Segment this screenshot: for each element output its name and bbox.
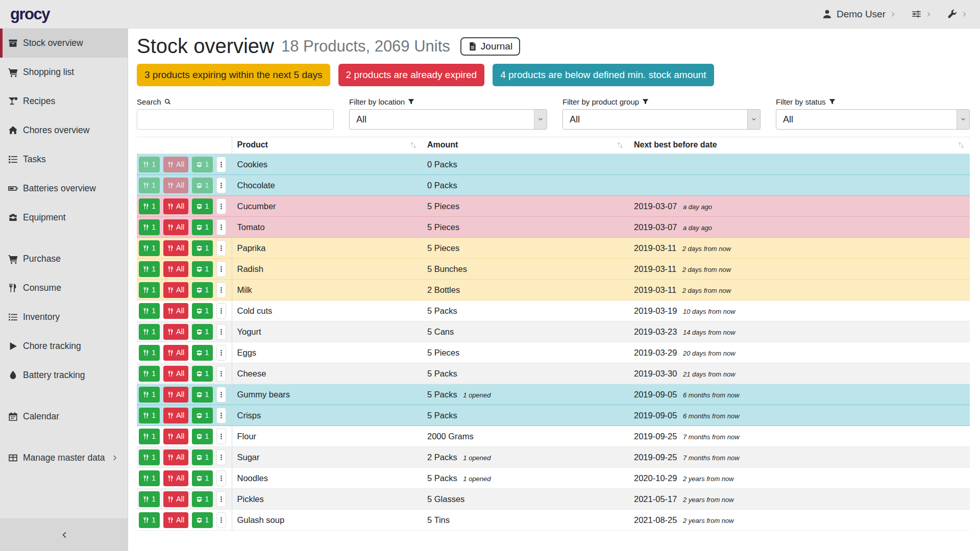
open-one-button[interactable]: 1	[192, 178, 213, 193]
open-one-button[interactable]: 1	[192, 366, 213, 382]
consume-one-button[interactable]: 1	[139, 408, 160, 423]
consume-all-button[interactable]: All	[163, 470, 188, 486]
row-menu-button[interactable]	[216, 303, 226, 319]
sidebar-item-purchase[interactable]: Purchase	[0, 244, 128, 273]
consume-one-button[interactable]: 1	[139, 303, 160, 319]
consume-all-button[interactable]: All	[163, 449, 188, 465]
col-product[interactable]: Product	[232, 137, 422, 154]
row-menu-button[interactable]	[216, 240, 226, 256]
row-menu-button[interactable]	[216, 449, 226, 465]
consume-all-button[interactable]: All	[163, 408, 188, 423]
row-menu-button[interactable]	[216, 429, 226, 444]
consume-all-button[interactable]: All	[163, 157, 188, 172]
open-one-button[interactable]: 1	[192, 387, 213, 403]
product-group-filter-select[interactable]: All	[562, 109, 761, 130]
consume-all-button[interactable]: All	[163, 491, 188, 507]
open-one-button[interactable]: 1	[192, 282, 213, 298]
col-amount[interactable]: Amount	[422, 137, 629, 154]
sidebar-item-inventory[interactable]: Inventory	[0, 303, 128, 332]
open-one-button[interactable]: 1	[192, 345, 213, 361]
sidebar-item-recipes[interactable]: Recipes	[0, 87, 128, 116]
sidebar-item-equipment[interactable]: Equipment	[0, 203, 128, 232]
row-menu-button[interactable]	[216, 345, 226, 361]
open-one-button[interactable]: 1	[192, 324, 213, 340]
consume-one-button[interactable]: 1	[139, 387, 160, 403]
consume-one-button[interactable]: 1	[139, 157, 160, 172]
consume-all-button[interactable]: All	[163, 303, 188, 319]
consume-one-button[interactable]: 1	[139, 470, 160, 486]
consume-one-button[interactable]: 1	[139, 449, 160, 465]
open-one-button[interactable]: 1	[192, 219, 213, 235]
open-one-button[interactable]: 1	[192, 408, 213, 423]
sidebar-item-stock-overview[interactable]: Stock overview	[0, 29, 128, 58]
admin-menu[interactable]	[947, 9, 968, 19]
consume-one-button[interactable]: 1	[139, 240, 160, 256]
sidebar-item-manage-master-data[interactable]: Manage master data	[0, 443, 128, 472]
consume-one-button[interactable]: 1	[139, 178, 160, 193]
consume-all-button[interactable]: All	[163, 282, 188, 298]
row-menu-button[interactable]	[216, 366, 226, 382]
search-input[interactable]	[137, 109, 334, 130]
consume-one-button[interactable]: 1	[139, 512, 160, 528]
settings-menu[interactable]	[912, 9, 932, 19]
consume-all-button[interactable]: All	[163, 324, 188, 340]
row-menu-button[interactable]	[216, 282, 226, 298]
open-one-button[interactable]: 1	[192, 512, 213, 528]
open-one-button[interactable]: 1	[192, 491, 213, 507]
app-logo[interactable]: grocy	[10, 5, 50, 23]
expiring-badge[interactable]: 3 products expiring within the next 5 da…	[137, 64, 330, 86]
user-menu[interactable]: Demo User	[822, 9, 896, 20]
sidebar-item-shopping-list[interactable]: Shopping list	[0, 58, 128, 87]
row-menu-button[interactable]	[216, 387, 226, 403]
row-menu-button[interactable]	[216, 470, 226, 486]
open-one-button[interactable]: 1	[192, 449, 213, 465]
consume-all-button[interactable]: All	[163, 240, 188, 256]
consume-all-button[interactable]: All	[163, 345, 188, 361]
consume-one-button[interactable]: 1	[139, 324, 160, 340]
row-menu-button[interactable]	[216, 408, 226, 423]
consume-all-button[interactable]: All	[163, 178, 188, 193]
sidebar-item-battery-tracking[interactable]: Battery tracking	[0, 361, 128, 390]
consume-all-button[interactable]: All	[163, 429, 188, 444]
sidebar-item-chores-overview[interactable]: Chores overview	[0, 116, 128, 145]
row-menu-button[interactable]	[216, 512, 226, 528]
open-one-button[interactable]: 1	[192, 157, 213, 172]
consume-all-button[interactable]: All	[163, 512, 188, 528]
journal-button[interactable]: Journal	[460, 37, 520, 56]
row-menu-button[interactable]	[216, 491, 226, 507]
below-min-stock-badge[interactable]: 4 products are below defined min. stock …	[493, 64, 714, 86]
consume-all-button[interactable]: All	[163, 261, 188, 277]
sidebar-item-calendar[interactable]: Calendar	[0, 402, 128, 431]
consume-one-button[interactable]: 1	[139, 429, 160, 444]
consume-one-button[interactable]: 1	[139, 366, 160, 382]
consume-one-button[interactable]: 1	[139, 491, 160, 507]
open-one-button[interactable]: 1	[192, 240, 213, 256]
sidebar-item-chore-tracking[interactable]: Chore tracking	[0, 332, 128, 361]
open-one-button[interactable]: 1	[192, 429, 213, 444]
row-menu-button[interactable]	[216, 198, 226, 214]
row-menu-button[interactable]	[216, 324, 226, 340]
open-one-button[interactable]: 1	[192, 470, 213, 486]
status-filter-select[interactable]: All	[776, 109, 970, 130]
sidebar-collapse-button[interactable]	[0, 518, 128, 551]
consume-one-button[interactable]: 1	[139, 345, 160, 361]
location-filter-select[interactable]: All	[349, 109, 547, 130]
row-menu-button[interactable]	[216, 178, 226, 193]
consume-all-button[interactable]: All	[163, 198, 188, 214]
consume-all-button[interactable]: All	[163, 366, 188, 382]
consume-one-button[interactable]: 1	[139, 261, 160, 277]
sidebar-item-tasks[interactable]: Tasks	[0, 145, 128, 174]
expired-badge[interactable]: 2 products are already expired	[338, 64, 485, 86]
row-menu-button[interactable]	[216, 157, 226, 172]
row-menu-button[interactable]	[216, 261, 226, 277]
open-one-button[interactable]: 1	[192, 303, 213, 319]
consume-all-button[interactable]: All	[163, 387, 188, 403]
consume-all-button[interactable]: All	[163, 219, 188, 235]
consume-one-button[interactable]: 1	[139, 282, 160, 298]
row-menu-button[interactable]	[216, 219, 226, 235]
consume-one-button[interactable]: 1	[139, 198, 160, 214]
col-next-best-before-date[interactable]: Next best before date	[629, 137, 970, 154]
open-one-button[interactable]: 1	[192, 261, 213, 277]
open-one-button[interactable]: 1	[192, 198, 213, 214]
sidebar-item-batteries-overview[interactable]: Batteries overview	[0, 174, 128, 203]
